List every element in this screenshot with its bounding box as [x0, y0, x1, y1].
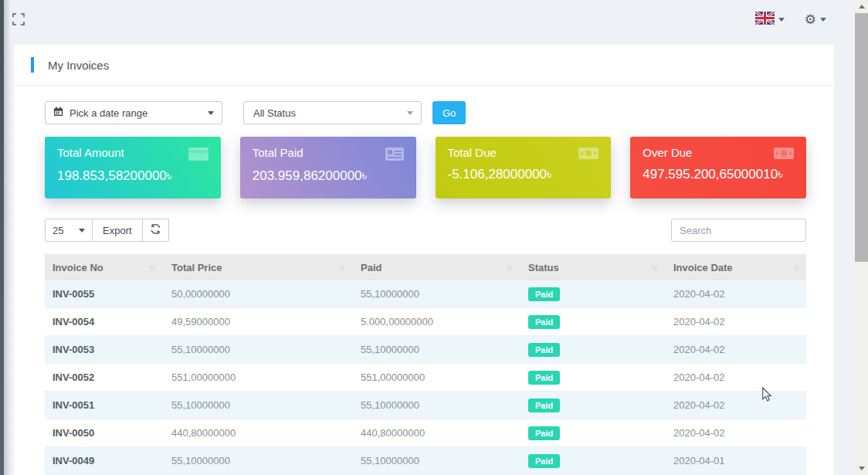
status-badge: Paid: [528, 399, 560, 412]
cell-invoice-date: 2020-04-01: [664, 447, 806, 475]
column-header-invoice-no[interactable]: Invoice No↑↓: [45, 254, 162, 280]
scroll-down-arrow[interactable]: [855, 462, 868, 475]
table-row[interactable]: INV-0051 55,10000000 55,10000000 Paid 20…: [45, 392, 806, 419]
cell-invoice-no: INV-0049: [45, 447, 162, 475]
column-header-paid[interactable]: Paid↑↓: [351, 254, 519, 280]
cell-paid: 55,10000000: [351, 280, 519, 308]
cell-invoice-date: 2020-04-02: [664, 364, 806, 392]
card-value: -5.106,28000000৳: [448, 166, 599, 182]
filter-row: Pick a date range All Status Go: [45, 101, 806, 124]
calendar-icon: [53, 106, 63, 120]
fullscreen-icon[interactable]: [12, 13, 25, 25]
money-bill-icon: [774, 148, 794, 162]
status-badge: Paid: [528, 371, 560, 385]
summary-card-over-due: Over Due 497.595.200,65000010৳: [630, 137, 806, 198]
summary-card-total-amount: Total Amount 198.853,58200000৳: [45, 137, 221, 198]
cell-invoice-date: 2020-04-02: [664, 280, 806, 308]
refresh-button[interactable]: [143, 219, 169, 242]
page-title: My Invoices: [48, 59, 109, 72]
cell-total-price: 55,10000000: [162, 336, 351, 364]
credit-card-icon: [188, 148, 209, 164]
cell-total-price: 440,80000000: [162, 419, 351, 447]
card-label: Total Paid: [253, 146, 303, 159]
cell-invoice-date: 2020-04-02: [664, 308, 806, 336]
table-row[interactable]: INV-0054 49,59000000 5.000,00000000 Paid…: [45, 308, 806, 336]
cell-paid: 440,80000000: [351, 419, 519, 447]
cell-paid: 551,00000000: [351, 364, 519, 392]
status-select[interactable]: All Status: [243, 101, 422, 124]
status-badge: Paid: [528, 287, 560, 301]
scroll-up-arrow[interactable]: [855, 0, 868, 13]
cell-invoice-no: INV-0055: [45, 280, 162, 308]
table-row[interactable]: INV-0049 55,10000000 55,10000000 Paid 20…: [45, 447, 806, 475]
cell-invoice-date: 2020-04-02: [664, 392, 806, 419]
cell-paid: 55,10000000: [351, 392, 519, 419]
main-panel: My Invoices Pick a: [14, 45, 834, 475]
cell-paid: 55,10000000: [351, 336, 519, 364]
card-value: 198.853,58200000৳: [57, 168, 209, 184]
table-row[interactable]: INV-0055 50,00000000 55,10000000 Paid 20…: [45, 280, 806, 308]
card-label: Total Amount: [57, 146, 124, 159]
cell-invoice-date: 2020-04-02: [664, 419, 806, 447]
scrollbar-thumb[interactable]: [855, 13, 868, 262]
sidebar-shadow: [4, 0, 11, 475]
page-size-value: 25: [53, 225, 63, 236]
export-button[interactable]: Export: [93, 219, 143, 242]
chevron-down-icon: [778, 18, 785, 22]
vertical-scrollbar[interactable]: [855, 0, 868, 475]
sort-icon: ↑↓: [793, 263, 798, 272]
invoices-table: Invoice No↑↓ Total Price↑↓ Paid↑↓ Status…: [45, 254, 806, 475]
language-dropdown[interactable]: [755, 12, 785, 28]
summary-card-total-due: Total Due -5.106,28000000৳: [436, 137, 612, 198]
sort-icon: ↑↓: [338, 263, 344, 272]
page-size-select[interactable]: 25: [45, 219, 93, 242]
table-row[interactable]: INV-0053 55,10000000 55,10000000 Paid 20…: [45, 336, 806, 364]
sort-icon: ↑↓: [506, 263, 511, 272]
card-label: Total Due: [448, 146, 497, 159]
card-label: Over Due: [643, 146, 692, 159]
cell-invoice-no: INV-0051: [45, 392, 162, 419]
cell-total-price: 55,10000000: [162, 447, 351, 475]
cell-invoice-no: INV-0053: [45, 336, 162, 364]
column-header-invoice-date[interactable]: Invoice Date↑↓: [664, 254, 806, 280]
status-select-value: All Status: [253, 107, 407, 119]
cell-total-price: 50,00000000: [162, 280, 351, 308]
caret-down-icon: [208, 111, 214, 115]
cell-paid: 5.000,00000000: [351, 308, 519, 336]
date-range-picker[interactable]: Pick a date range: [45, 101, 222, 124]
status-badge: Paid: [528, 315, 560, 329]
go-button[interactable]: Go: [432, 101, 466, 124]
column-header-status[interactable]: Status↑↓: [519, 254, 664, 280]
table-row[interactable]: INV-0052 551,00000000 551,00000000 Paid …: [45, 364, 806, 392]
summary-card-total-paid: Total Paid 203.959,86200000৳: [240, 137, 416, 198]
sort-icon: ↑↓: [149, 263, 154, 272]
cell-status: Paid: [519, 447, 664, 475]
money-bill-icon: [578, 148, 598, 162]
search-input[interactable]: [671, 219, 806, 242]
gear-icon: ⚙: [805, 13, 816, 26]
cell-invoice-no: INV-0054: [45, 308, 162, 336]
status-badge: Paid: [528, 454, 560, 468]
cell-invoice-no: INV-0052: [45, 364, 162, 392]
cell-status: Paid: [519, 364, 664, 392]
settings-dropdown[interactable]: ⚙: [805, 13, 826, 26]
cell-status: Paid: [519, 336, 664, 364]
panel-header: My Invoices: [14, 45, 834, 86]
cell-invoice-date: 2020-04-02: [664, 336, 806, 364]
table-header-row: Invoice No↑↓ Total Price↑↓ Paid↑↓ Status…: [45, 254, 806, 280]
chevron-down-icon: [820, 18, 826, 22]
cell-status: Paid: [519, 308, 664, 336]
cell-paid: 55,10000000: [351, 447, 519, 475]
card-value: 497.595.200,65000010৳: [643, 166, 794, 182]
sort-icon: ↑↓: [651, 263, 656, 272]
title-accent-bar: [31, 57, 34, 73]
uk-flag-icon: [755, 12, 775, 28]
cell-status: Paid: [519, 280, 664, 308]
status-badge: Paid: [528, 426, 560, 440]
cell-total-price: 49,59000000: [162, 308, 351, 336]
cell-total-price: 55,10000000: [162, 392, 351, 419]
column-header-total-price[interactable]: Total Price↑↓: [162, 254, 351, 280]
page: ⚙ My Invoices: [0, 0, 868, 475]
table-row[interactable]: INV-0050 440,80000000 440,80000000 Paid …: [45, 419, 806, 447]
status-badge: Paid: [528, 343, 560, 357]
